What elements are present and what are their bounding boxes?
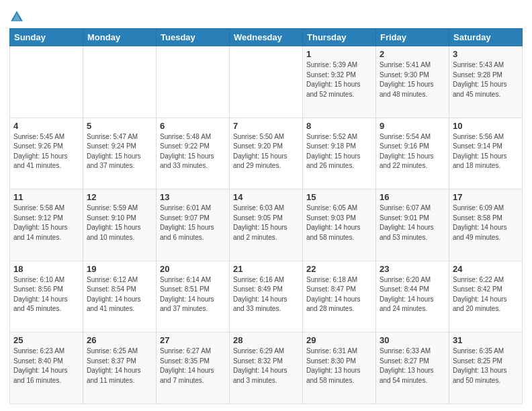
- day-info: Sunrise: 5:47 AM Sunset: 9:24 PM Dayligh…: [87, 132, 152, 171]
- day-cell: 9Sunrise: 5:54 AM Sunset: 9:16 PM Daylig…: [376, 118, 449, 189]
- day-info: Sunrise: 6:12 AM Sunset: 8:54 PM Dayligh…: [87, 275, 152, 314]
- day-cell: 18Sunrise: 6:10 AM Sunset: 8:56 PM Dayli…: [10, 261, 83, 332]
- day-number: 12: [87, 192, 152, 202]
- week-row-1: 1Sunrise: 5:39 AM Sunset: 9:32 PM Daylig…: [10, 46, 523, 118]
- day-number: 18: [13, 264, 79, 274]
- day-number: 9: [380, 121, 445, 131]
- weekday-header-monday: Monday: [83, 29, 157, 46]
- day-info: Sunrise: 6:23 AM Sunset: 8:40 PM Dayligh…: [13, 347, 79, 385]
- day-info: Sunrise: 6:29 AM Sunset: 8:32 PM Dayligh…: [233, 347, 299, 385]
- day-number: 27: [160, 335, 226, 345]
- day-info: Sunrise: 5:39 AM Sunset: 9:32 PM Dayligh…: [306, 60, 372, 99]
- day-number: 21: [233, 264, 299, 274]
- day-cell: 23Sunrise: 6:20 AM Sunset: 8:44 PM Dayli…: [376, 261, 449, 332]
- day-cell: 8Sunrise: 5:52 AM Sunset: 9:18 PM Daylig…: [303, 118, 376, 189]
- day-number: 6: [160, 121, 226, 131]
- calendar-table: SundayMondayTuesdayWednesdayThursdayFrid…: [9, 28, 523, 404]
- day-info: Sunrise: 5:41 AM Sunset: 9:30 PM Dayligh…: [380, 60, 445, 99]
- day-cell: 30Sunrise: 6:33 AM Sunset: 8:27 PM Dayli…: [376, 332, 449, 404]
- day-info: Sunrise: 6:14 AM Sunset: 8:51 PM Dayligh…: [160, 275, 226, 314]
- logo: [9, 9, 26, 24]
- weekday-header-tuesday: Tuesday: [157, 29, 230, 46]
- day-cell: 14Sunrise: 6:03 AM Sunset: 9:05 PM Dayli…: [230, 189, 303, 261]
- weekday-row: SundayMondayTuesdayWednesdayThursdayFrid…: [10, 29, 523, 46]
- day-number: 5: [87, 121, 152, 131]
- week-row-2: 4Sunrise: 5:45 AM Sunset: 9:26 PM Daylig…: [10, 118, 523, 189]
- day-info: Sunrise: 5:50 AM Sunset: 9:20 PM Dayligh…: [233, 132, 299, 171]
- day-info: Sunrise: 5:56 AM Sunset: 9:14 PM Dayligh…: [453, 132, 519, 171]
- weekday-header-friday: Friday: [376, 29, 449, 46]
- day-number: 24: [453, 264, 519, 274]
- day-cell: 22Sunrise: 6:18 AM Sunset: 8:47 PM Dayli…: [303, 261, 376, 332]
- day-number: 13: [160, 192, 226, 202]
- day-info: Sunrise: 5:54 AM Sunset: 9:16 PM Dayligh…: [380, 132, 445, 171]
- day-info: Sunrise: 6:35 AM Sunset: 8:25 PM Dayligh…: [453, 347, 519, 385]
- day-info: Sunrise: 5:52 AM Sunset: 9:18 PM Dayligh…: [306, 132, 372, 171]
- day-number: 16: [380, 192, 445, 202]
- day-info: Sunrise: 5:59 AM Sunset: 9:10 PM Dayligh…: [87, 203, 152, 242]
- day-number: 2: [380, 49, 445, 59]
- day-cell: 16Sunrise: 6:07 AM Sunset: 9:01 PM Dayli…: [376, 189, 449, 261]
- day-number: 25: [13, 335, 79, 345]
- day-cell: 15Sunrise: 6:05 AM Sunset: 9:03 PM Dayli…: [303, 189, 376, 261]
- week-row-5: 25Sunrise: 6:23 AM Sunset: 8:40 PM Dayli…: [10, 332, 523, 404]
- weekday-header-saturday: Saturday: [449, 29, 523, 46]
- day-cell: 26Sunrise: 6:25 AM Sunset: 8:37 PM Dayli…: [83, 332, 157, 404]
- day-cell: 7Sunrise: 5:50 AM Sunset: 9:20 PM Daylig…: [230, 118, 303, 189]
- day-cell: 2Sunrise: 5:41 AM Sunset: 9:30 PM Daylig…: [376, 46, 449, 118]
- day-number: 14: [233, 192, 299, 202]
- day-info: Sunrise: 6:07 AM Sunset: 9:01 PM Dayligh…: [380, 203, 445, 242]
- day-cell: 21Sunrise: 6:16 AM Sunset: 8:49 PM Dayli…: [230, 261, 303, 332]
- day-number: 11: [13, 192, 79, 202]
- day-number: 20: [160, 264, 226, 274]
- day-cell: 1Sunrise: 5:39 AM Sunset: 9:32 PM Daylig…: [303, 46, 376, 118]
- day-info: Sunrise: 6:33 AM Sunset: 8:27 PM Dayligh…: [380, 347, 445, 385]
- day-cell: 11Sunrise: 5:58 AM Sunset: 9:12 PM Dayli…: [10, 189, 83, 261]
- day-number: 7: [233, 121, 299, 131]
- day-cell: 3Sunrise: 5:43 AM Sunset: 9:28 PM Daylig…: [449, 46, 523, 118]
- day-cell: 25Sunrise: 6:23 AM Sunset: 8:40 PM Dayli…: [10, 332, 83, 404]
- day-number: 4: [13, 121, 79, 131]
- day-cell: 19Sunrise: 6:12 AM Sunset: 8:54 PM Dayli…: [83, 261, 157, 332]
- day-cell: 13Sunrise: 6:01 AM Sunset: 9:07 PM Dayli…: [157, 189, 230, 261]
- week-row-4: 18Sunrise: 6:10 AM Sunset: 8:56 PM Dayli…: [10, 261, 523, 332]
- day-info: Sunrise: 6:25 AM Sunset: 8:37 PM Dayligh…: [87, 347, 152, 385]
- day-info: Sunrise: 6:01 AM Sunset: 9:07 PM Dayligh…: [160, 203, 226, 242]
- day-cell: 28Sunrise: 6:29 AM Sunset: 8:32 PM Dayli…: [230, 332, 303, 404]
- page: SundayMondayTuesdayWednesdayThursdayFrid…: [0, 0, 532, 411]
- day-info: Sunrise: 6:10 AM Sunset: 8:56 PM Dayligh…: [13, 275, 79, 314]
- day-number: 10: [453, 121, 519, 131]
- day-cell: 12Sunrise: 5:59 AM Sunset: 9:10 PM Dayli…: [83, 189, 157, 261]
- day-info: Sunrise: 6:27 AM Sunset: 8:35 PM Dayligh…: [160, 347, 226, 385]
- weekday-header-thursday: Thursday: [303, 29, 376, 46]
- day-number: 17: [453, 192, 519, 202]
- day-number: 23: [380, 264, 445, 274]
- day-cell: 4Sunrise: 5:45 AM Sunset: 9:26 PM Daylig…: [10, 118, 83, 189]
- day-info: Sunrise: 5:48 AM Sunset: 9:22 PM Dayligh…: [160, 132, 226, 171]
- day-number: 15: [306, 192, 372, 202]
- day-info: Sunrise: 6:09 AM Sunset: 8:58 PM Dayligh…: [453, 203, 519, 242]
- day-number: 28: [233, 335, 299, 345]
- day-cell: 24Sunrise: 6:22 AM Sunset: 8:42 PM Dayli…: [449, 261, 523, 332]
- day-number: 22: [306, 264, 372, 274]
- day-number: 1: [306, 49, 372, 59]
- day-cell: 29Sunrise: 6:31 AM Sunset: 8:30 PM Dayli…: [303, 332, 376, 404]
- logo-icon: [9, 9, 24, 24]
- day-info: Sunrise: 6:31 AM Sunset: 8:30 PM Dayligh…: [306, 347, 372, 385]
- day-info: Sunrise: 5:58 AM Sunset: 9:12 PM Dayligh…: [13, 203, 79, 242]
- day-cell: [10, 46, 83, 118]
- day-cell: [230, 46, 303, 118]
- day-info: Sunrise: 6:03 AM Sunset: 9:05 PM Dayligh…: [233, 203, 299, 242]
- day-cell: 5Sunrise: 5:47 AM Sunset: 9:24 PM Daylig…: [83, 118, 157, 189]
- day-number: 31: [453, 335, 519, 345]
- day-cell: 17Sunrise: 6:09 AM Sunset: 8:58 PM Dayli…: [449, 189, 523, 261]
- day-info: Sunrise: 6:18 AM Sunset: 8:47 PM Dayligh…: [306, 275, 372, 314]
- day-cell: 10Sunrise: 5:56 AM Sunset: 9:14 PM Dayli…: [449, 118, 523, 189]
- day-number: 19: [87, 264, 152, 274]
- day-info: Sunrise: 5:45 AM Sunset: 9:26 PM Dayligh…: [13, 132, 79, 171]
- day-number: 30: [380, 335, 445, 345]
- day-cell: 31Sunrise: 6:35 AM Sunset: 8:25 PM Dayli…: [449, 332, 523, 404]
- day-cell: 20Sunrise: 6:14 AM Sunset: 8:51 PM Dayli…: [157, 261, 230, 332]
- day-info: Sunrise: 6:20 AM Sunset: 8:44 PM Dayligh…: [380, 275, 445, 314]
- calendar-header: SundayMondayTuesdayWednesdayThursdayFrid…: [10, 29, 523, 46]
